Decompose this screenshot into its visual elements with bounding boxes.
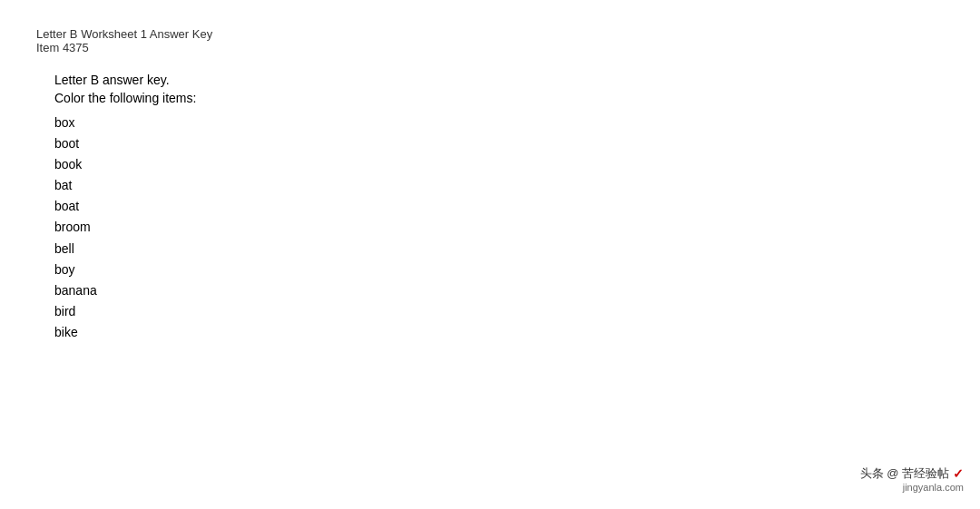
- item-number: Item 4375: [36, 41, 944, 54]
- content-area: Letter B answer key. Color the following…: [54, 73, 944, 343]
- answer-key-title: Letter B answer key.: [54, 73, 944, 87]
- watermark-line1: 头条 @ 苦经验帖: [860, 465, 949, 482]
- list-item: bike: [54, 322, 944, 343]
- list-item: banana: [54, 280, 944, 301]
- watermark-site: jingyanla.com: [903, 482, 964, 493]
- worksheet-title: Letter B Worksheet 1 Answer Key: [36, 27, 944, 41]
- list-item: boat: [54, 196, 944, 217]
- list-item: bat: [54, 175, 944, 196]
- list-item: box: [54, 113, 944, 133]
- watermark-check: ✓: [953, 466, 964, 481]
- list-item: bird: [54, 301, 944, 322]
- instruction-text: Color the following items:: [54, 91, 944, 105]
- list-item: boot: [54, 133, 944, 154]
- watermark: 头条 @ 苦经验帖✓ jingyanla.com: [860, 465, 964, 493]
- list-item: boy: [54, 259, 944, 280]
- page-container: Letter B Worksheet 1 Answer Key Item 437…: [0, 0, 980, 509]
- word-list: boxbootbookbatboatbroombellboybananabird…: [54, 113, 944, 343]
- list-item: broom: [54, 217, 944, 238]
- list-item: book: [54, 154, 944, 175]
- watermark-top: 头条 @ 苦经验帖✓: [860, 465, 964, 482]
- meta-info: Letter B Worksheet 1 Answer Key Item 437…: [36, 27, 944, 54]
- list-item: bell: [54, 239, 944, 259]
